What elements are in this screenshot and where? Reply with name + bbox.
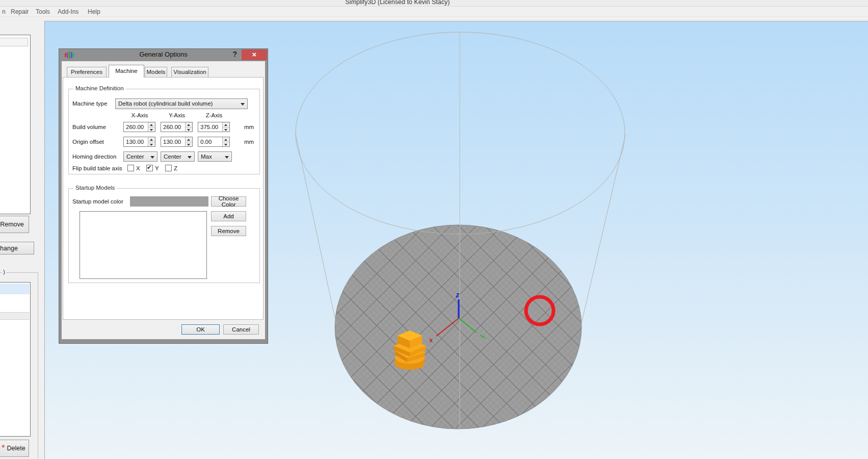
left-list-lower[interactable] bbox=[0, 282, 31, 437]
flip-x-label: X bbox=[136, 165, 140, 171]
left-change-button[interactable]: Change bbox=[0, 242, 34, 254]
machine-type-label: Machine type bbox=[72, 100, 107, 107]
origin-offset-z-input[interactable]: 0.00 bbox=[198, 137, 230, 147]
origin-offset-label: Origin offset bbox=[72, 139, 104, 145]
red-asterisk-icon: * bbox=[2, 446, 5, 451]
ok-button[interactable]: OK bbox=[181, 324, 220, 335]
cancel-button[interactable]: Cancel bbox=[223, 324, 259, 335]
z-axis-header: Z-Axis bbox=[198, 112, 230, 118]
tab-models[interactable]: Models bbox=[145, 67, 167, 78]
app-title-bar: Simplify3D (Licensed to Kevin Stacy) bbox=[0, 0, 868, 7]
list-item-separator[interactable] bbox=[0, 312, 30, 320]
x-axis-header: X-Axis bbox=[123, 112, 156, 118]
choose-color-button[interactable]: Choose Color bbox=[211, 196, 246, 207]
y-axis-header: Y-Axis bbox=[161, 112, 193, 118]
machine-definition-label: Machine Definition bbox=[73, 85, 126, 91]
origin-offset-x-input[interactable]: 130.00 bbox=[123, 137, 155, 147]
spinner-arrows-icon[interactable] bbox=[185, 122, 192, 132]
startup-model-color-swatch bbox=[130, 196, 208, 207]
left-list-header bbox=[0, 38, 28, 46]
left-delete-label: Delete bbox=[7, 445, 25, 452]
spinner-arrows-icon[interactable] bbox=[148, 122, 155, 132]
dialog-content: Preferences Machine Models Visualization… bbox=[62, 61, 265, 339]
tab-visualization[interactable]: Visualization bbox=[171, 67, 208, 78]
origin-offset-y-input[interactable]: 130.00 bbox=[161, 137, 193, 147]
close-button[interactable]: × bbox=[242, 49, 267, 60]
close-icon: × bbox=[252, 50, 257, 59]
left-remove-button[interactable]: Remove bbox=[0, 216, 29, 233]
startup-model-color-label: Startup model color bbox=[72, 198, 123, 205]
menu-item-addins[interactable]: Add-Ins bbox=[58, 8, 78, 15]
build-volume-z-input[interactable]: 375.00 bbox=[198, 122, 230, 132]
build-volume-label: Build volume bbox=[72, 124, 106, 130]
tab-preferences[interactable]: Preferences bbox=[67, 67, 107, 78]
flip-z-checkbox[interactable] bbox=[165, 165, 172, 171]
general-options-dialog: General Options ? × Preferences Machine … bbox=[59, 48, 268, 344]
add-model-button[interactable]: Add bbox=[211, 211, 246, 221]
spinner-arrows-icon[interactable] bbox=[185, 137, 192, 146]
spinner-arrows-icon[interactable] bbox=[222, 137, 229, 146]
menu-item-tools[interactable]: Tools bbox=[36, 8, 50, 15]
build-platform[interactable] bbox=[335, 225, 582, 429]
homing-y-dropdown[interactable]: Center bbox=[161, 151, 195, 162]
flip-y-checkbox[interactable] bbox=[146, 165, 153, 171]
left-delete-button[interactable]: * Delete bbox=[0, 440, 29, 457]
flip-axis-label: Flip build table axis bbox=[72, 165, 122, 171]
left-list-upper[interactable] bbox=[0, 35, 31, 214]
menu-item-repair[interactable]: Repair bbox=[11, 8, 29, 15]
build-volume-y-input[interactable]: 260.00 bbox=[161, 122, 193, 132]
help-button[interactable]: ? bbox=[232, 50, 237, 58]
menu-bar: n Repair Tools Add-Ins Help bbox=[0, 7, 868, 17]
machine-tab-page: Machine Definition Machine type Delta ro… bbox=[63, 77, 264, 320]
homing-direction-label: Homing direction bbox=[72, 154, 116, 160]
menu-item-help[interactable]: Help bbox=[88, 8, 100, 15]
spinner-arrows-icon[interactable] bbox=[148, 137, 155, 146]
homing-x-dropdown[interactable]: Center bbox=[123, 151, 157, 162]
origin-offset-unit: mm bbox=[244, 139, 254, 145]
dialog-title-bar[interactable]: General Options ? × bbox=[59, 49, 268, 61]
chevron-down-icon bbox=[188, 156, 192, 159]
window-title: Simplify3D (Licensed to Kevin Stacy) bbox=[285, 0, 510, 6]
tab-machine[interactable]: Machine bbox=[109, 65, 144, 78]
flip-z-label: Z bbox=[174, 165, 177, 171]
menu-item-partial[interactable]: n bbox=[2, 8, 6, 15]
machine-type-value: Delta robot (cylindrical build volume) bbox=[118, 100, 213, 107]
chevron-down-icon bbox=[241, 103, 245, 106]
build-volume-x-input[interactable]: 260.00 bbox=[123, 122, 155, 132]
build-volume-unit: mm bbox=[244, 124, 254, 130]
startup-models-list[interactable] bbox=[80, 211, 207, 279]
printed-model[interactable] bbox=[393, 330, 426, 370]
left-group-label: ) bbox=[2, 269, 6, 275]
homing-z-dropdown[interactable]: Max bbox=[198, 151, 232, 162]
flip-x-checkbox[interactable] bbox=[127, 165, 134, 171]
chevron-down-icon bbox=[150, 156, 154, 159]
spinner-arrows-icon[interactable] bbox=[222, 122, 229, 132]
list-item-selected[interactable] bbox=[0, 284, 30, 294]
z-axis-label: z bbox=[455, 291, 459, 299]
machine-type-dropdown[interactable]: Delta robot (cylindrical build volume) bbox=[115, 98, 248, 109]
x-axis-label: x bbox=[429, 336, 433, 344]
startup-models-label: Startup Models bbox=[73, 185, 117, 191]
remove-model-button[interactable]: Remove bbox=[211, 226, 246, 236]
flip-y-label: Y bbox=[155, 165, 159, 171]
chevron-down-icon bbox=[225, 156, 229, 159]
